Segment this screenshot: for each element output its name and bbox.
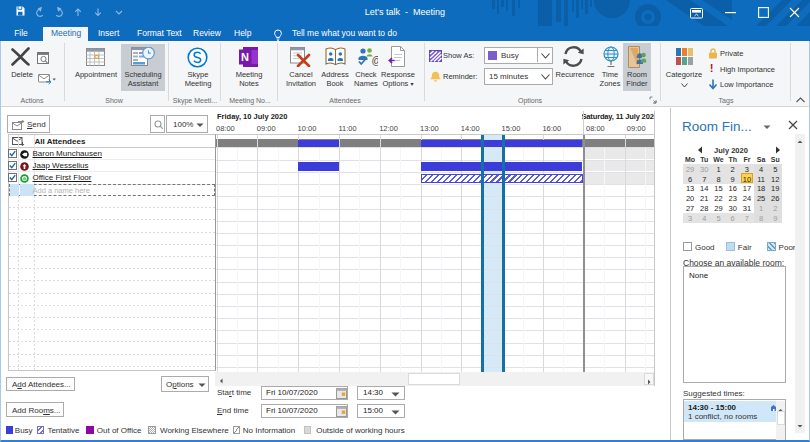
svg-text:@: @: [372, 55, 379, 66]
svg-text:N: N: [241, 51, 249, 63]
